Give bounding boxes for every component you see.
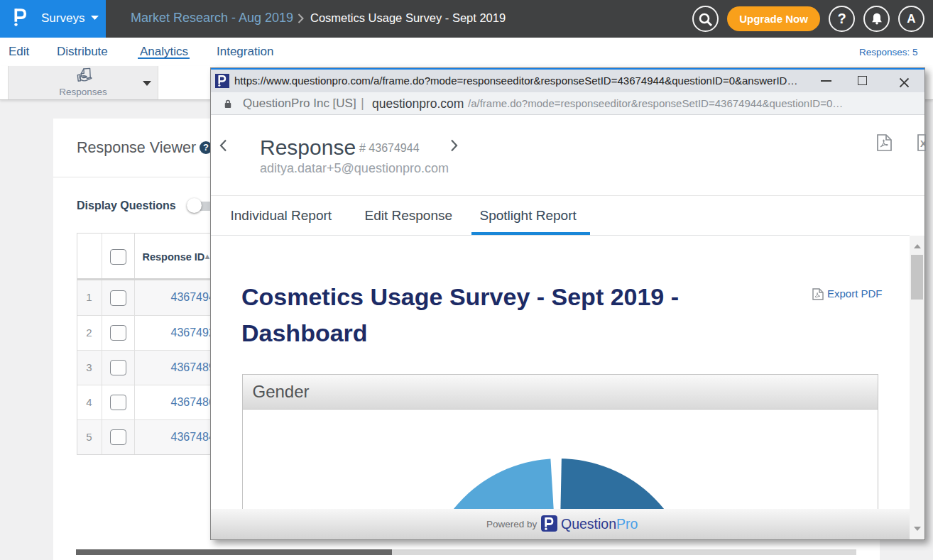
- svg-text:X: X: [920, 138, 926, 149]
